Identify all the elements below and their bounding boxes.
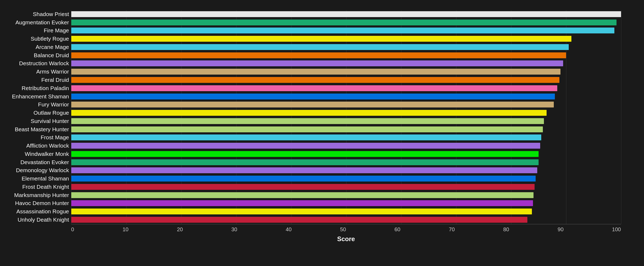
x-tick-label: 90 (558, 226, 563, 233)
bar-label: Balance Druid (8, 52, 69, 59)
bar-label: Enhancement Shaman (8, 93, 69, 100)
bar-label: Windwalker Monk (8, 151, 69, 157)
bar-fill (71, 52, 566, 58)
bar-row: Feral Druid (71, 76, 621, 84)
bar-track (71, 60, 621, 66)
bar-fill (71, 159, 539, 165)
bars-section: Shadow PriestAugmentation EvokerFire Mag… (71, 10, 621, 224)
bar-row: Windwalker Monk (71, 150, 621, 158)
bar-label: Assassination Rogue (8, 208, 69, 215)
bar-track (71, 52, 621, 58)
bar-row: Fury Warrior (71, 101, 621, 108)
x-tick-label: 0 (71, 226, 74, 233)
bar-label: Beast Mastery Hunter (8, 126, 69, 133)
bar-track (71, 77, 621, 83)
bar-track (71, 167, 621, 173)
bar-row: Augmentation Evoker (71, 19, 621, 26)
bar-label: Destruction Warlock (8, 60, 69, 67)
x-axis: 0102030405060708090100 Score (71, 224, 621, 240)
x-tick-label: 50 (340, 226, 346, 233)
bar-label: Marksmanship Hunter (8, 192, 69, 198)
x-tick-label: 80 (503, 226, 509, 233)
bar-row: Retribution Paladin (71, 84, 621, 92)
bar-label: Retribution Paladin (8, 85, 69, 91)
bar-label: Devastation Evoker (8, 159, 69, 165)
bar-track (71, 11, 621, 17)
bar-fill (71, 36, 572, 42)
bar-row: Frost Death Knight (71, 183, 621, 191)
bar-track (71, 176, 621, 182)
bar-fill (71, 126, 543, 132)
bar-label: Demonology Warlock (8, 167, 69, 174)
bar-fill (71, 176, 536, 182)
bar-row: Arcane Mage (71, 43, 621, 51)
x-ticks: 0102030405060708090100 (71, 226, 621, 233)
bar-fill (71, 77, 559, 83)
bar-fill (71, 200, 533, 206)
bar-label: Shadow Priest (8, 11, 69, 17)
bar-track (71, 184, 621, 190)
x-tick-label: 40 (286, 226, 291, 233)
bar-label: Affliction Warlock (8, 142, 69, 149)
bar-row: Balance Druid (71, 52, 621, 59)
bar-fill (71, 192, 534, 198)
bar-row: Subtlety Rogue (71, 35, 621, 43)
bar-row: Fire Mage (71, 27, 621, 34)
bar-track (71, 20, 621, 25)
bar-label: Frost Death Knight (8, 184, 69, 190)
bar-fill (71, 94, 555, 99)
bar-track (71, 192, 621, 198)
bar-fill (71, 143, 540, 149)
bar-fill (71, 134, 541, 140)
bar-row: Devastation Evoker (71, 159, 621, 166)
bar-track (71, 126, 621, 132)
chart-container: Shadow PriestAugmentation EvokerFire Mag… (7, 5, 637, 261)
bar-fill (71, 167, 538, 173)
x-axis-line (71, 224, 621, 224)
bar-track (71, 110, 621, 116)
bar-row: Enhancement Shaman (71, 93, 621, 100)
bar-track (71, 200, 621, 206)
bar-row: Elemental Shaman (71, 175, 621, 182)
bar-row: Affliction Warlock (71, 142, 621, 149)
bar-track (71, 118, 621, 124)
bar-track (71, 143, 621, 149)
bar-row: Frost Mage (71, 134, 621, 141)
x-tick-label: 10 (123, 226, 128, 233)
bar-fill (71, 28, 614, 33)
bar-row: Demonology Warlock (71, 167, 621, 174)
bar-row: Unholy Death Knight (71, 216, 621, 223)
bar-row: Beast Mastery Hunter (71, 126, 621, 133)
bar-label: Augmentation Evoker (8, 19, 69, 26)
x-tick-label: 100 (612, 226, 621, 233)
grid-line (621, 10, 621, 224)
bar-fill (71, 102, 554, 107)
bar-row: Havoc Demon Hunter (71, 199, 621, 207)
bar-label: Frost Mage (8, 134, 69, 141)
bar-fill (71, 20, 617, 25)
bar-label: Havoc Demon Hunter (8, 200, 69, 206)
bar-track (71, 151, 621, 157)
x-tick-label: 20 (177, 226, 183, 233)
bar-row: Survival Hunter (71, 117, 621, 125)
bar-label: Elemental Shaman (8, 175, 69, 182)
bar-fill (71, 184, 535, 190)
bar-track (71, 209, 621, 214)
bar-track (71, 69, 621, 75)
chart-area: Shadow PriestAugmentation EvokerFire Mag… (71, 10, 621, 240)
bar-label: Subtlety Rogue (8, 36, 69, 42)
bar-label: Fury Warrior (8, 101, 69, 108)
bar-row: Shadow Priest (71, 10, 621, 18)
bar-fill (71, 44, 569, 50)
bar-row: Assassination Rogue (71, 208, 621, 215)
bar-label: Feral Druid (8, 77, 69, 83)
x-tick-label: 70 (449, 226, 455, 233)
bar-fill (71, 217, 528, 223)
bar-fill (71, 209, 532, 214)
bar-track (71, 36, 621, 42)
bar-track (71, 28, 621, 33)
bar-track (71, 102, 621, 107)
bar-track (71, 217, 621, 223)
bar-row: Marksmanship Hunter (71, 191, 621, 199)
x-axis-label: Score (71, 235, 621, 243)
